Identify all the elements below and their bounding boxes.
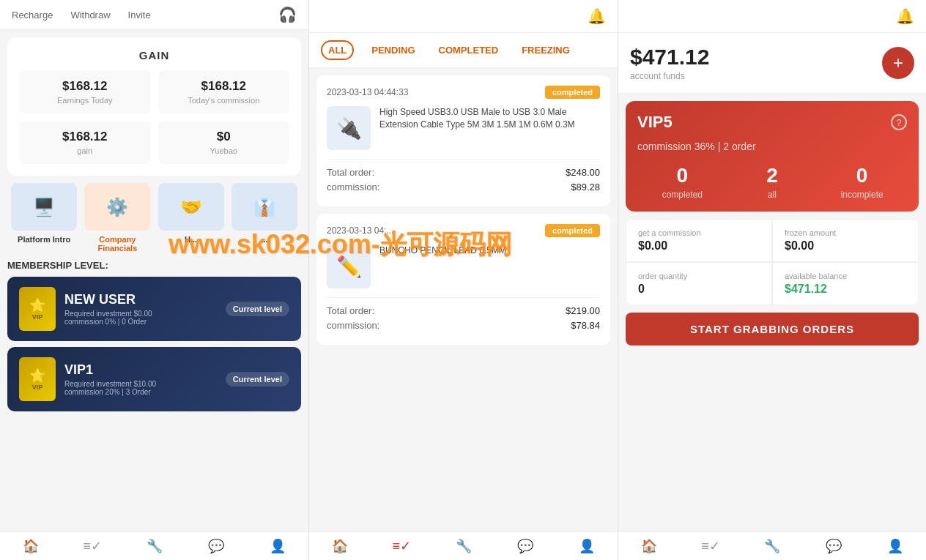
order-1-timestamp: 2023-03-13 04:44:33 <box>327 87 408 97</box>
frozen-amount-label: frozen amount <box>785 228 906 237</box>
right-nav-profile[interactable]: 👤 <box>864 538 926 554</box>
membership-section: MEMBERSHIP LEVEL: ⭐ VIP NEW USER Require… <box>0 260 308 417</box>
vip-card-header: VIP5 ? <box>637 113 907 132</box>
earnings-today-amount: $168.12 <box>28 79 142 94</box>
order-2-product: ✏️ BUNCHO PENCIL LEAD 0.5MM <box>327 244 600 288</box>
vip-stats: 0 completed 2 all 0 incomplete <box>637 164 907 200</box>
left-nav-home[interactable]: 🏠 <box>0 538 62 554</box>
todays-commission-item: $168.12 Today's commission <box>158 70 290 113</box>
new-user-desc: Required investment $0.00commission 0% |… <box>64 310 217 326</box>
order-2-product-name: BUNCHO PENCIL LEAD 0.5MM <box>379 244 506 257</box>
headset-icon[interactable]: 🎧 <box>278 6 297 23</box>
mid-nav-tools[interactable]: 🔧 <box>432 538 494 554</box>
gain-title: GAIN <box>19 49 289 61</box>
order-1-total-value: $248.00 <box>566 167 600 178</box>
vip-stat-all-value: 2 <box>727 164 818 187</box>
right-nav-orders[interactable]: ≡✓ <box>680 538 741 554</box>
earnings-today-label: Earnings Today <box>28 96 142 105</box>
vip1-name: VIP1 <box>64 362 217 378</box>
order-1-details: Total order: $248.00 commission: $89.28 <box>327 159 600 193</box>
order-1-product: 🔌 High Speed USB3.0 USB Male to USB 3.0 … <box>327 106 600 150</box>
middle-panel: 🔔 ALL PENDING COMPLETED FREEZING 2023-03… <box>309 0 618 560</box>
mid-nav-messages[interactable]: 💬 <box>495 538 556 554</box>
right-nav-messages[interactable]: 💬 <box>803 538 864 554</box>
account-funds-amount: $471.12 <box>630 45 709 70</box>
link-4[interactable]: 👔 ... <box>228 183 301 253</box>
invite-link[interactable]: Invite <box>128 10 151 20</box>
vip-stat-completed-value: 0 <box>637 164 727 187</box>
order-1-commission-row: commission: $89.28 <box>327 182 600 193</box>
mid-nav-orders[interactable]: ≡✓ <box>371 538 432 554</box>
gain-grid: $168.12 Earnings Today $168.12 Today's c… <box>19 70 289 164</box>
gain-card: GAIN $168.12 Earnings Today $168.12 Toda… <box>7 37 301 176</box>
link-3-icon: 🤝 <box>158 183 224 231</box>
middle-bell-icon[interactable]: 🔔 <box>588 7 606 25</box>
mid-nav-profile[interactable]: 👤 <box>556 538 618 554</box>
order-card-2: 2023-03-13 04:... completed ✏️ BUNCHO PE… <box>316 214 610 345</box>
orders-list: 2023-03-13 04:44:33 completed 🔌 High Spe… <box>309 68 618 531</box>
order-2-product-img: ✏️ <box>327 244 371 288</box>
new-user-name: NEW USER <box>64 292 217 307</box>
account-funds-label: account funds <box>630 71 709 81</box>
vip1-vip-text: VIP <box>32 384 43 391</box>
new-user-star: ⭐ <box>29 297 45 313</box>
vip1-badge: ⭐ VIP <box>19 357 56 401</box>
tab-freezing[interactable]: FREEZING <box>516 42 576 59</box>
link-3-label: H... <box>185 235 197 244</box>
info-order-quantity: order quantity 0 <box>626 262 772 305</box>
left-nav-orders[interactable]: ≡✓ <box>62 538 123 554</box>
platform-intro-link[interactable]: 🖥️ Platform Intro <box>7 183 81 253</box>
get-commission-label: get a commission <box>638 228 760 237</box>
order-1-total-row: Total order: $248.00 <box>327 167 600 178</box>
vip-stat-all-label: all <box>727 190 818 200</box>
order-1-product-img: 🔌 <box>327 106 371 150</box>
order-1-header: 2023-03-13 04:44:33 completed <box>327 86 600 99</box>
add-funds-button[interactable]: + <box>882 47 914 79</box>
available-balance-value: $471.12 <box>785 283 906 296</box>
gain-item: $168.12 gain <box>19 121 151 164</box>
account-info: $471.12 account funds <box>630 45 709 81</box>
info-grid: get a commission $0.00 frozen amount $0.… <box>626 219 919 305</box>
right-panel: 🔔 $471.12 account funds + VIP5 ? commiss… <box>618 0 926 560</box>
mid-nav-home[interactable]: 🏠 <box>309 538 371 554</box>
link-3[interactable]: 🤝 H... <box>155 183 228 253</box>
top-actions: Recharge Withdraw Invite <box>12 10 151 20</box>
new-user-card[interactable]: ⭐ VIP NEW USER Required investment $0.00… <box>7 277 301 341</box>
right-bell-icon[interactable]: 🔔 <box>896 7 914 25</box>
tab-all[interactable]: ALL <box>321 40 354 60</box>
get-commission-value: $0.00 <box>638 239 760 253</box>
left-nav-profile[interactable]: 👤 <box>247 538 308 554</box>
earnings-today-item: $168.12 Earnings Today <box>19 70 151 113</box>
todays-commission-amount: $168.12 <box>167 79 281 94</box>
vip-stat-incomplete-value: 0 <box>817 164 907 187</box>
right-nav-tools[interactable]: 🔧 <box>741 538 803 554</box>
order-1-status-badge: completed <box>545 86 600 99</box>
frozen-amount-value: $0.00 <box>785 239 906 253</box>
left-nav-tools[interactable]: 🔧 <box>123 538 185 554</box>
vip-card-title: VIP5 <box>637 113 673 132</box>
middle-bottom-nav: 🏠 ≡✓ 🔧 💬 👤 <box>309 531 618 560</box>
start-grabbing-button[interactable]: START GRABBING ORDERS <box>626 313 919 346</box>
order-2-total-row: Total order: $219.00 <box>327 305 600 316</box>
new-user-current-level: Current level <box>226 302 289 316</box>
order-1-commission-value: $89.28 <box>571 182 600 193</box>
vip-help-icon[interactable]: ? <box>891 114 907 130</box>
tab-pending[interactable]: PENDING <box>366 42 421 59</box>
platform-intro-label: Platform Intro <box>18 235 70 244</box>
left-nav-messages[interactable]: 💬 <box>185 538 247 554</box>
yuebao-item: $0 Yuebao <box>158 121 290 164</box>
new-user-info: NEW USER Required investment $0.00commis… <box>64 292 217 326</box>
tab-completed[interactable]: COMPLETED <box>433 42 505 59</box>
withdraw-link[interactable]: Withdraw <box>70 10 110 20</box>
order-1-product-name: High Speed USB3.0 USB Male to USB 3.0 Ma… <box>379 106 600 131</box>
order-2-details: Total order: $219.00 commission: $78.84 <box>327 297 600 331</box>
vip1-card[interactable]: ⭐ VIP VIP1 Required investment $10.00com… <box>7 347 301 411</box>
recharge-link[interactable]: Recharge <box>12 10 53 20</box>
order-1-commission-label: commission: <box>327 182 379 193</box>
vip-stat-completed-label: completed <box>637 190 727 200</box>
platform-intro-icon: 🖥️ <box>11 183 77 231</box>
account-section: $471.12 account funds + <box>618 33 926 94</box>
company-financials-link[interactable]: ⚙️ CompanyFinancials <box>81 183 154 253</box>
order-2-total-value: $219.00 <box>566 305 600 316</box>
right-nav-home[interactable]: 🏠 <box>618 538 680 554</box>
